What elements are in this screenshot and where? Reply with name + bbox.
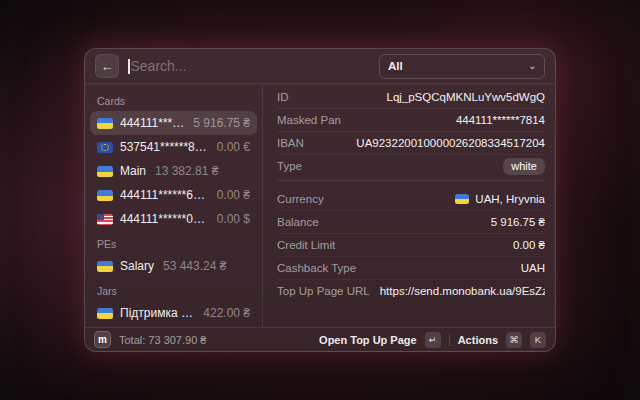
detail-value: 5 916.75 ₴: [491, 216, 545, 228]
detail-label: Cashback Type: [277, 262, 356, 274]
detail-label: IBAN: [277, 137, 304, 149]
detail-value: Lqj_pSQCqMKNLuYwv5dWgQ: [386, 91, 545, 103]
detail-value: UA923220010000026208334517204: [356, 137, 545, 149]
sidebar-section: PEs Salary 53 443.24 ₴: [90, 231, 257, 278]
item-amount: 0.00 €: [217, 140, 250, 154]
item-amount: 5 916.75 ₴: [193, 116, 250, 130]
list-item[interactable]: Підтримка ДеДешевше 422.00 ₴: [90, 301, 257, 325]
list-item[interactable]: Salary 53 443.24 ₴: [90, 254, 257, 278]
sidebar-section: Cards 444111******7814 5 916.75 ₴ 537541…: [90, 88, 257, 231]
item-amount: 0.00 $: [217, 212, 250, 226]
detail-label: Balance: [277, 216, 319, 228]
flag-icon: [97, 261, 113, 272]
detail-row: Credit Limit 0.00 ₴: [277, 234, 545, 257]
section-items: Підтримка ДеДешевше 422.00 ₴: [90, 301, 257, 325]
search-field-wrap: [128, 58, 370, 74]
section-title: Jars: [90, 278, 257, 301]
filter-dropdown[interactable]: All ⌄: [379, 54, 545, 79]
list-item[interactable]: 444111******7814 5 916.75 ₴: [90, 111, 257, 135]
sidebar: Cards 444111******7814 5 916.75 ₴ 537541…: [85, 84, 263, 327]
detail-value: UAH, Hryvnia: [455, 193, 545, 205]
detail-value: 444111******7814: [456, 114, 545, 126]
actions-menu-button[interactable]: Actions: [458, 334, 498, 346]
monobank-logo: m: [94, 331, 111, 348]
flag-icon: [97, 166, 113, 177]
content: Cards 444111******7814 5 916.75 ₴ 537541…: [85, 84, 555, 327]
detail-group: Currency UAH, Hryvnia Balance 5 916.75 ₴…: [277, 188, 545, 302]
primary-action-button[interactable]: Open Top Up Page: [319, 334, 417, 346]
footer-divider: [449, 334, 450, 346]
detail-row: Top Up Page URL https://send.monobank.ua…: [277, 280, 545, 302]
section-title: PEs: [90, 231, 257, 254]
detail-row: ID Lqj_pSQCqMKNLuYwv5dWgQ: [277, 86, 545, 109]
detail-panel: ID Lqj_pSQCqMKNLuYwv5dWgQ Masked Pan 444…: [263, 84, 555, 327]
list-item[interactable]: 444111******6398 0.00 ₴: [90, 183, 257, 207]
section-items: Salary 53 443.24 ₴: [90, 254, 257, 278]
list-item[interactable]: 444111******0162 0.00 $: [90, 207, 257, 231]
detail-label: Currency: [277, 193, 324, 205]
flag-icon: [97, 214, 113, 225]
item-amount: 13 382.81 ₴: [155, 164, 218, 178]
command-palette-window: ← All ⌄ Cards 444111******7814 5 916.75 …: [84, 48, 556, 352]
section-items: 444111******7814 5 916.75 ₴ 537541******…: [90, 111, 257, 231]
total-balance: Total: 73 307.90 ₴: [119, 334, 206, 346]
detail-label: Credit Limit: [277, 239, 335, 251]
detail-row: Type white: [277, 155, 545, 177]
back-button[interactable]: ←: [95, 54, 119, 78]
filter-dropdown-value: All: [388, 60, 403, 72]
detail-row: Currency UAH, Hryvnia: [277, 188, 545, 211]
flag-icon: [455, 194, 469, 204]
flag-icon: [97, 118, 113, 129]
sidebar-section: Jars Підтримка ДеДешевше 422.00 ₴: [90, 278, 257, 325]
item-amount: 0.00 ₴: [217, 188, 250, 202]
section-title: Cards: [90, 88, 257, 111]
item-name: 444111******0162: [120, 212, 208, 226]
detail-value: 0.00 ₴: [513, 239, 545, 251]
search-bar: ← All ⌄: [85, 49, 555, 84]
item-amount: 422.00 ₴: [203, 306, 250, 320]
item-name: 444111******6398: [120, 188, 208, 202]
list-item[interactable]: 537541******8844 0.00 €: [90, 135, 257, 159]
detail-label: Masked Pan: [277, 114, 341, 126]
item-name: 444111******7814: [120, 116, 184, 130]
detail-label: Top Up Page URL: [277, 285, 370, 297]
item-name: 537541******8844: [120, 140, 208, 154]
type-badge: white: [503, 158, 545, 175]
chevron-down-icon: ⌄: [528, 61, 536, 71]
detail-value: white: [503, 156, 545, 177]
flag-icon: [97, 142, 113, 153]
detail-row: Masked Pan 444111******7814: [277, 109, 545, 132]
footer-bar: m Total: 73 307.90 ₴ Open Top Up Page ↵ …: [85, 327, 555, 351]
k-key-icon: K: [530, 332, 546, 348]
detail-value: UAH: [521, 262, 545, 274]
back-arrow-icon: ←: [101, 59, 114, 74]
top-up-url-link[interactable]: https://send.monobank.ua/9EsZzyzYS5↗: [380, 285, 545, 298]
detail-row: Balance 5 916.75 ₴: [277, 211, 545, 234]
list-item[interactable]: Main 13 382.81 ₴: [90, 159, 257, 183]
enter-key-icon: ↵: [425, 332, 441, 348]
detail-group: ID Lqj_pSQCqMKNLuYwv5dWgQ Masked Pan 444…: [277, 86, 545, 181]
detail-label: ID: [277, 91, 289, 103]
item-name: Підтримка ДеДешевше: [120, 306, 194, 320]
flag-icon: [97, 190, 113, 201]
detail-row: IBAN UA923220010000026208334517204: [277, 132, 545, 155]
text-caret: [128, 59, 130, 74]
search-input[interactable]: [131, 58, 371, 74]
detail-label: Type: [277, 160, 302, 172]
item-name: Salary: [120, 259, 154, 273]
cmd-key-icon: ⌘: [506, 332, 522, 348]
item-amount: 53 443.24 ₴: [163, 259, 226, 273]
flag-icon: [97, 308, 113, 319]
detail-row: Cashback Type UAH: [277, 257, 545, 280]
item-name: Main: [120, 164, 146, 178]
